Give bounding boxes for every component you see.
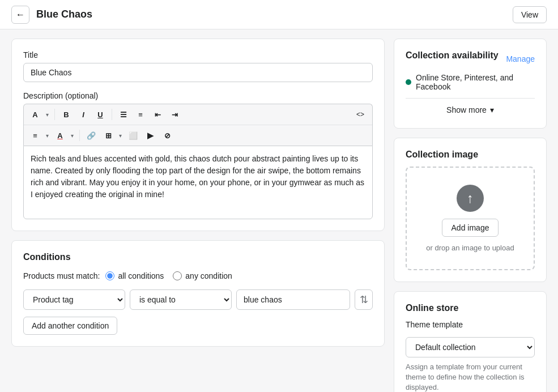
theme-desc: Assign a template from your current them…: [406, 362, 535, 392]
title-label: Title: [23, 50, 373, 59]
manage-link[interactable]: Manage: [506, 54, 535, 63]
left-column: Title Description (optional) A ▾ B I U ☰…: [11, 39, 385, 392]
all-conditions-radio[interactable]: [105, 271, 114, 280]
collection-image-card: Collection image ↑ Add image or drop an …: [394, 138, 547, 282]
title-description-card: Title Description (optional) A ▾ B I U ☰…: [11, 39, 385, 231]
page-title: Blue Chaos: [36, 8, 92, 20]
radio-group: all conditions any condition: [105, 271, 232, 280]
color-btn-group: A ▾: [52, 127, 76, 143]
back-button[interactable]: ←: [11, 6, 29, 24]
online-store-title: Online store: [406, 303, 535, 313]
any-condition-label[interactable]: any condition: [173, 271, 232, 280]
toolbar-divider-3: [79, 130, 80, 141]
indent-button[interactable]: ⇥: [167, 106, 182, 122]
all-conditions-label[interactable]: all conditions: [105, 271, 164, 280]
status-dot: [406, 79, 411, 85]
page-header: ← Blue Chaos View: [0, 0, 558, 29]
show-more-button[interactable]: Show more ▾: [406, 98, 535, 117]
chevron-down-icon: ▾: [490, 105, 494, 114]
header-left: ← Blue Chaos: [11, 6, 92, 24]
bullet-list-button[interactable]: ☰: [116, 106, 131, 122]
availability-card: Collection availability Manage Online St…: [394, 39, 547, 129]
table-btn-group: ⊞ ▾: [100, 127, 124, 143]
condition-expand-button[interactable]: ⇅: [355, 289, 373, 310]
add-image-button[interactable]: Add image: [442, 219, 499, 237]
align-arrow[interactable]: ▾: [43, 127, 51, 143]
toolbar-row-1: A ▾ B I U ☰ ≡ ⇤ ⇥ <>: [24, 104, 372, 125]
editor-toolbar: A ▾ B I U ☰ ≡ ⇤ ⇥ <> ≡: [23, 104, 373, 146]
title-input[interactable]: [23, 63, 373, 82]
font-btn-group: A ▾: [27, 106, 51, 122]
video-button[interactable]: ▶: [142, 127, 158, 143]
code-button[interactable]: <>: [352, 106, 369, 122]
availability-title: Collection availability: [406, 50, 499, 61]
image-button[interactable]: ⬜: [125, 127, 141, 143]
toolbar-divider-2: [112, 109, 112, 120]
align-button[interactable]: ≡: [27, 127, 43, 143]
any-condition-text: any condition: [185, 271, 232, 280]
font-size-button[interactable]: A: [27, 106, 43, 122]
text-color-button[interactable]: A: [52, 127, 68, 143]
italic-button[interactable]: I: [75, 106, 91, 122]
description-editor[interactable]: Rich teals and blues accented with gold,…: [23, 146, 373, 219]
table-button[interactable]: ⊞: [100, 127, 116, 143]
upload-arrow-icon: ↑: [467, 190, 474, 206]
match-label: Products must match:: [23, 271, 100, 280]
outdent-button[interactable]: ⇤: [150, 106, 165, 122]
collection-image-title: Collection image: [406, 150, 535, 160]
all-conditions-text: all conditions: [118, 271, 164, 280]
condition-type-select[interactable]: Product tag Product title Product type P…: [23, 289, 125, 310]
link-button[interactable]: 🔗: [83, 127, 99, 143]
desc-label: Description (optional): [23, 91, 373, 100]
description-text: Rich teals and blues accented with gold,…: [31, 154, 364, 199]
toolbar-row-2: ≡ ▾ A ▾ 🔗 ⊞ ▾ ⬜ ▶ ⊘: [24, 125, 372, 146]
online-status: Online Store, Pinterest, and Facebook: [406, 73, 535, 91]
font-size-arrow[interactable]: ▾: [43, 106, 51, 122]
online-store-card: Online store Theme template Default coll…: [394, 291, 547, 392]
match-row: Products must match: all conditions any …: [23, 271, 373, 280]
condition-operator-select[interactable]: is equal to is not equal to starts with …: [130, 289, 232, 310]
toolbar-divider-1: [54, 109, 55, 120]
status-text: Online Store, Pinterest, and Facebook: [416, 73, 535, 91]
remove-format-button[interactable]: ⊘: [159, 127, 175, 143]
image-upload-area[interactable]: ↑ Add image or drop an image to upload: [406, 167, 535, 270]
theme-select[interactable]: Default collection Custom: [406, 337, 535, 357]
conditions-title: Conditions: [23, 252, 373, 262]
condition-row: Product tag Product title Product type P…: [23, 289, 373, 310]
any-condition-radio[interactable]: [173, 271, 182, 280]
conditions-card: Conditions Products must match: all cond…: [11, 240, 385, 347]
drop-text: or drop an image to upload: [426, 244, 514, 252]
bold-button[interactable]: B: [58, 106, 74, 122]
ordered-list-button[interactable]: ≡: [133, 106, 148, 122]
right-column: Collection availability Manage Online St…: [394, 39, 547, 392]
main-layout: Title Description (optional) A ▾ B I U ☰…: [0, 29, 558, 392]
table-arrow[interactable]: ▾: [116, 127, 124, 143]
underline-button[interactable]: U: [92, 106, 108, 122]
theme-label: Theme template: [406, 320, 535, 329]
view-button[interactable]: View: [513, 6, 547, 23]
add-condition-button[interactable]: Add another condition: [23, 317, 117, 335]
availability-header: Collection availability Manage: [406, 50, 535, 67]
expand-icon: ⇅: [360, 293, 368, 306]
condition-value-input[interactable]: [236, 289, 350, 310]
color-arrow[interactable]: ▾: [68, 127, 76, 143]
show-more-label: Show more: [446, 105, 487, 114]
upload-icon: ↑: [457, 185, 484, 212]
align-btn-group: ≡ ▾: [27, 127, 51, 143]
